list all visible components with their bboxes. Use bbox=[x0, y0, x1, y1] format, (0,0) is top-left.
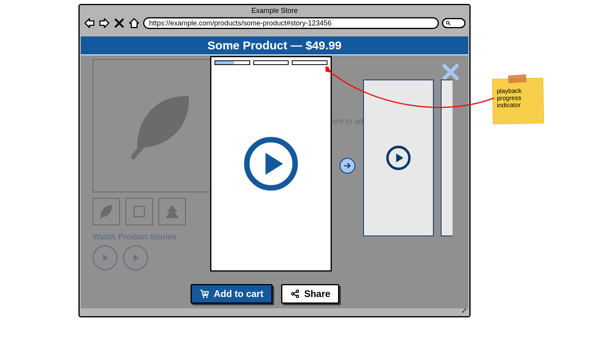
share-icon bbox=[290, 289, 300, 299]
story-viewer: Add to cart Share bbox=[81, 55, 468, 308]
play-icon[interactable] bbox=[244, 136, 298, 191]
add-to-cart-button[interactable]: Add to cart bbox=[191, 284, 273, 304]
progress-segment-2[interactable] bbox=[253, 60, 289, 65]
page-viewport: Some Product — $49.99 bbox=[81, 36, 468, 308]
url-bar[interactable]: https://example.com/products/some-produc… bbox=[143, 17, 439, 29]
next-story-button[interactable] bbox=[340, 158, 355, 174]
progress-segment-1[interactable] bbox=[215, 60, 250, 65]
arrow-right-icon bbox=[343, 161, 352, 170]
progress-segment-3[interactable] bbox=[292, 60, 327, 65]
svg-line-1 bbox=[449, 24, 450, 25]
share-label: Share bbox=[304, 288, 331, 299]
search-pill[interactable] bbox=[442, 18, 465, 28]
next-story-preview[interactable] bbox=[363, 80, 434, 236]
home-icon[interactable] bbox=[128, 17, 140, 29]
annotation-sticky-note: playback progress indicator bbox=[492, 78, 544, 124]
browser-toolbar: https://example.com/products/some-produc… bbox=[80, 16, 469, 33]
browser-window: Example Store https://example.com/produc… bbox=[78, 4, 471, 317]
close-icon bbox=[442, 63, 460, 81]
next-story-preview-2[interactable] bbox=[441, 80, 453, 236]
search-icon bbox=[445, 20, 451, 26]
svg-point-5 bbox=[203, 296, 204, 298]
tape-icon bbox=[508, 74, 526, 83]
stop-icon[interactable] bbox=[113, 17, 125, 29]
progress-indicator bbox=[211, 57, 331, 65]
annotation-text: playback progress indicator bbox=[496, 87, 521, 109]
url-text: https://example.com/products/some-produc… bbox=[149, 18, 331, 28]
share-button[interactable]: Share bbox=[281, 284, 340, 304]
close-button[interactable] bbox=[441, 62, 460, 82]
story-action-row: Add to cart Share bbox=[191, 284, 339, 304]
window-title: Example Store bbox=[80, 5, 469, 16]
cart-plus-icon bbox=[200, 289, 210, 299]
current-story-card[interactable] bbox=[210, 56, 332, 272]
product-header: Some Product — $49.99 bbox=[81, 36, 468, 54]
play-icon bbox=[385, 144, 412, 172]
add-to-cart-label: Add to cart bbox=[214, 288, 264, 299]
forward-icon[interactable] bbox=[98, 17, 110, 29]
back-icon[interactable] bbox=[84, 17, 95, 29]
svg-point-6 bbox=[206, 296, 208, 298]
